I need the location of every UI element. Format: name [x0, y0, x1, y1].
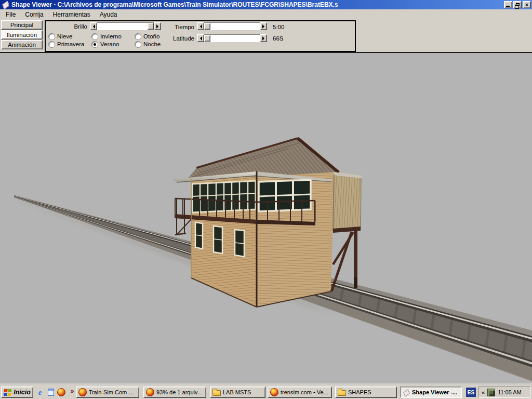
- tiempo-right-arrow[interactable]: [260, 22, 267, 30]
- radio-nieve[interactable]: Nieve: [49, 33, 72, 39]
- tiempo-thumb[interactable]: [204, 23, 210, 30]
- tiempo-slider[interactable]: [197, 22, 267, 30]
- annex: [331, 172, 362, 291]
- quicklaunch-firefox-icon[interactable]: [57, 388, 66, 397]
- shape-viewer-window: Shape Viewer - C:\Archivos de programa\M…: [0, 0, 532, 399]
- lighting-groupbox: Brillo Nieve Invierno Otoño Primavera Ve…: [45, 20, 356, 52]
- start-button[interactable]: Inicio: [1, 387, 33, 398]
- clock: 11:05 AM: [498, 389, 522, 395]
- folder-icon: [338, 390, 346, 396]
- quicklaunch-document-icon[interactable]: [46, 388, 56, 397]
- quicklaunch-ie-icon[interactable]: e: [35, 388, 45, 397]
- taskbar: Inicio e » Train-Sim.Com Fi... 93% de 1 …: [0, 384, 532, 399]
- latitude-slider[interactable]: [197, 34, 267, 42]
- task-download[interactable]: 93% de 1 arquiv...: [143, 387, 206, 398]
- menu-file[interactable]: File: [1, 10, 20, 19]
- menu-bar: File Corrija Herramientas Ayuda: [0, 9, 532, 19]
- brillo-label: Brillo: [46, 23, 87, 30]
- tray-chevron[interactable]: «: [482, 389, 485, 395]
- firefox-icon: [146, 388, 154, 396]
- brillo-track[interactable]: [97, 22, 154, 30]
- latitude-label: Latitude: [150, 35, 194, 42]
- tray-app-icon[interactable]: [487, 389, 495, 396]
- tab-iluminacion[interactable]: Iluminación: [1, 30, 43, 39]
- latitude-left-arrow[interactable]: [197, 34, 204, 42]
- latitude-value: 66S: [273, 35, 283, 42]
- minimize-button[interactable]: [504, 1, 512, 8]
- radio-noche[interactable]: Noche: [135, 41, 161, 47]
- title-bar[interactable]: Shape Viewer - C:\Archivos de programa\M…: [0, 0, 532, 9]
- brillo-left-arrow[interactable]: [90, 22, 97, 30]
- viewport-3d-scene[interactable]: [0, 53, 532, 383]
- tiempo-track[interactable]: [204, 22, 260, 30]
- radio-primavera[interactable]: Primavera: [49, 41, 84, 47]
- firefox-icon: [78, 388, 87, 396]
- menu-corrija[interactable]: Corrija: [20, 10, 48, 19]
- firefox-icon: [270, 388, 278, 396]
- latitude-thumb[interactable]: [204, 35, 210, 42]
- tiempo-label: Tiempo: [150, 24, 194, 30]
- toolbar: Principal Iluminación Animación Brillo N…: [0, 19, 532, 53]
- menu-ayuda[interactable]: Ayuda: [95, 10, 122, 19]
- close-button[interactable]: ×: [523, 1, 531, 8]
- latitude-track[interactable]: [204, 34, 260, 42]
- task-shape-viewer[interactable]: Shape Viewer -...: [400, 387, 462, 398]
- upper-windows-right: [259, 180, 311, 211]
- windows-logo-icon: [3, 389, 11, 396]
- task-lab-msts[interactable]: LAB MSTS: [210, 387, 265, 398]
- menu-herramientas[interactable]: Herramientas: [48, 10, 95, 19]
- task-trensim[interactable]: trensim.com • Ve...: [268, 387, 332, 398]
- tab-animacion[interactable]: Animación: [1, 40, 43, 49]
- task-shapes-folder[interactable]: SHAPES: [335, 387, 397, 398]
- latitude-right-arrow[interactable]: [260, 34, 267, 42]
- language-indicator[interactable]: ES: [466, 388, 476, 397]
- window-title: Shape Viewer - C:\Archivos de programa\M…: [11, 1, 502, 8]
- radio-invierno[interactable]: Invierno: [92, 33, 122, 39]
- app-icon: [2, 2, 9, 8]
- tiempo-value: 5:00: [273, 24, 284, 30]
- viewport-3d[interactable]: [0, 53, 532, 383]
- radio-verano[interactable]: Verano: [92, 41, 119, 47]
- upper-windows-left: [192, 181, 256, 212]
- tiempo-left-arrow[interactable]: [197, 22, 204, 30]
- tab-principal[interactable]: Principal: [1, 20, 43, 30]
- folder-icon: [212, 390, 221, 396]
- system-tray: « 11:05 AM: [478, 387, 530, 398]
- restore-button[interactable]: [513, 1, 522, 8]
- shape-viewer-icon: [403, 389, 410, 396]
- task-train-sim[interactable]: Train-Sim.Com Fi...: [76, 387, 139, 398]
